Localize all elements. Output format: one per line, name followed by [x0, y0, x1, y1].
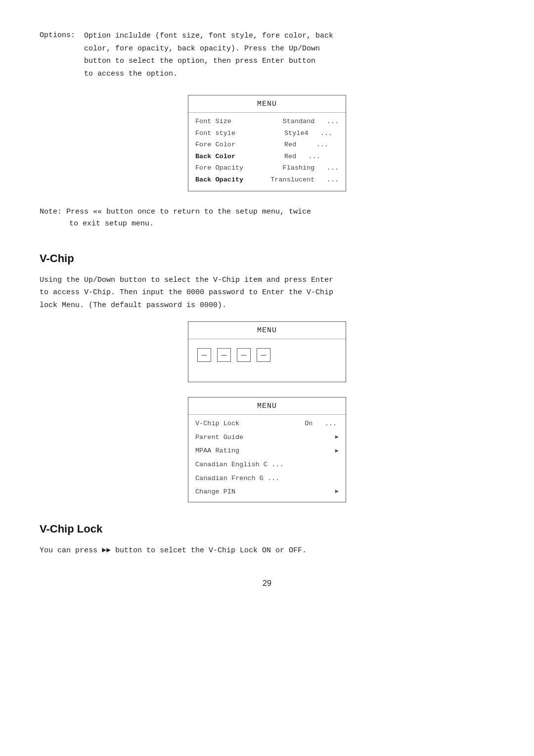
page-number: 29 [40, 577, 494, 590]
vchip-section: V-Chip Using the Up/Down button to selec… [40, 250, 494, 312]
note-text-line1: Note: Press «« button once to return to … [40, 208, 311, 216]
options-block: Options: Option inclulde (font size, fon… [40, 30, 494, 80]
menu1-row-back-opacity: Back Opacity Translucent ... [195, 174, 339, 186]
menu1-forecolor-label: Fore Color [195, 139, 245, 150]
menu1-fore-opacity-value: Flashing ... [283, 163, 339, 174]
menu2-vchiplock-value: On ... [305, 418, 337, 429]
menu1-fontsize-value: Standand ... [283, 116, 339, 127]
menu2-changepin-arrow: ▶ [335, 487, 339, 496]
vchip-heading: V-Chip [40, 250, 494, 267]
menu2-row-parentguide: Parent Guide ▶ [188, 431, 346, 445]
dash-2: — [217, 348, 231, 362]
menu1-row-forecolor: Fore Color Red ... [195, 139, 339, 151]
menu1-back-opacity-label: Back Opacity [195, 175, 245, 185]
vchip-para: Using the Up/Down button to select the V… [40, 274, 494, 312]
menu2-mpaa-arrow: ▶ [335, 446, 339, 456]
menu2-vchiplock-label: V-Chip Lock [195, 418, 305, 429]
menu1-fontstyle-value: Style4 ... [284, 128, 339, 139]
menu2-row-vchiplock: V-Chip Lock On ... [188, 417, 346, 431]
dash-4: — [257, 348, 270, 362]
password-menu-box: MENU — — — — [188, 321, 346, 382]
vchip-lock-para: You can press ►► button to selcet the V-… [40, 544, 494, 557]
options-text1: Option inclulde (font size, font style, … [84, 30, 333, 80]
menu1-forecolor-value: Red ... [284, 139, 339, 150]
menu2-parentguide-label: Parent Guide [195, 432, 335, 443]
menu2-changepin-label: Change PIN [195, 487, 335, 497]
vchip-lock-heading: V-Chip Lock [40, 520, 494, 537]
menu2-canadian-english-label: Canadian English C ... [195, 459, 339, 470]
menu1-rows: Font Size Standand ... Font style Style4… [188, 113, 346, 191]
menu1-row-fontsize: Font Size Standand ... [195, 116, 339, 128]
menu1-fontstyle-label: Font style [195, 128, 245, 139]
password-dashes: — — — — [188, 339, 346, 367]
menu2-row-canadian-french: Canadian French G ... [188, 472, 346, 486]
note-text-line2: to exit setup menu. [69, 220, 154, 228]
note-block: Note: Press «« button once to return to … [40, 206, 494, 230]
options-label: Options: [40, 30, 84, 80]
menu1-row-fore-opacity: Fore Opacity Flashing ... [195, 162, 339, 174]
menu1-fore-opacity-label: Fore Opacity [195, 163, 245, 174]
menu2-parentguide-arrow: ▶ [335, 433, 339, 442]
menu1-backcolor-value: Red ... [284, 151, 339, 162]
dash-3: — [237, 348, 251, 362]
menu2-canadian-french-label: Canadian French G ... [195, 473, 339, 484]
vchip-lock-section: V-Chip Lock You can press ►► button to s… [40, 520, 494, 557]
menu1-row-fontstyle: Font style Style4 ... [195, 128, 339, 139]
menu1-fontsize-label: Font Size [195, 116, 245, 127]
menu1-title: MENU [188, 95, 346, 113]
menu-box-2: MENU V-Chip Lock On ... Parent Guide ▶ M… [188, 397, 346, 502]
menu2-row-canadian-english: Canadian English C ... [188, 458, 346, 472]
menu1-backcolor-label: Back Color [195, 151, 245, 162]
menu1-back-opacity-value: Translucent ... [270, 175, 339, 185]
menu2-rows: V-Chip Lock On ... Parent Guide ▶ MPAA R… [188, 415, 346, 502]
menu2-row-mpaa: MPAA Rating ▶ [188, 444, 346, 458]
password-menu-title: MENU [188, 322, 346, 339]
dash-1: — [197, 348, 211, 362]
menu1-row-backcolor: Back Color Red ... [195, 151, 339, 163]
menu2-mpaa-label: MPAA Rating [195, 445, 335, 456]
menu2-title: MENU [188, 398, 346, 415]
menu-box-1: MENU Font Size Standand ... Font style S… [188, 95, 346, 191]
menu2-row-changepin: Change PIN ▶ [188, 485, 346, 499]
